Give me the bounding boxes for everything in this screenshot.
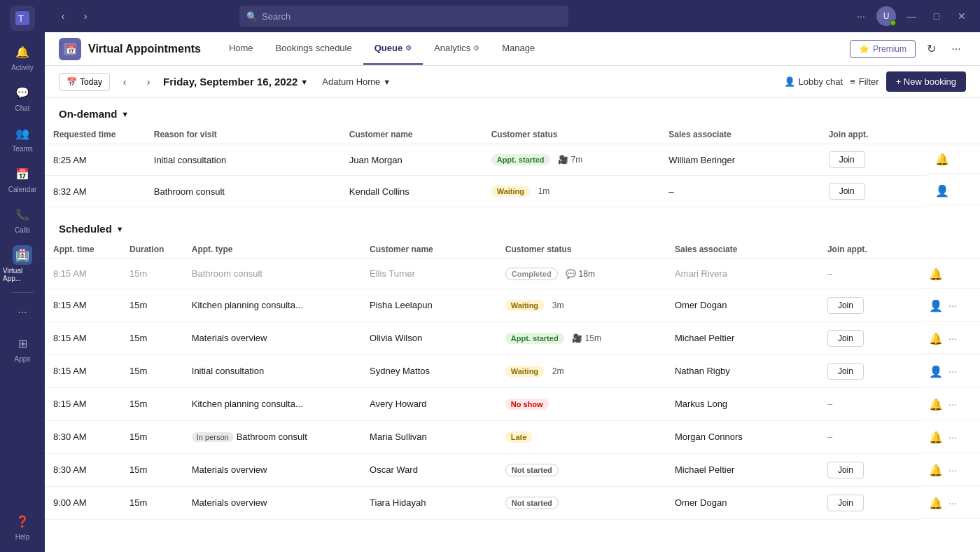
filter-icon: ≡	[850, 76, 855, 87]
join-button[interactable]: Join	[827, 297, 864, 314]
status-cell: Waiting 2m	[497, 354, 666, 387]
queue-premium-indicator: ⚙	[405, 44, 412, 52]
sidebar-item-calls[interactable]: 📞 Calls	[0, 199, 45, 240]
today-button[interactable]: 📅 Today	[59, 73, 110, 91]
location-selector[interactable]: Adatum Home ▼	[322, 76, 391, 87]
sales-associate-cell: Omer Dogan	[666, 486, 819, 519]
sidebar-item-more[interactable]: ···	[0, 297, 45, 328]
appt-type-cell: Materials overview	[183, 322, 361, 354]
appt-type-cell: Kitchen planning consulta...	[183, 289, 361, 322]
sales-associate-cell: Amari Rivera	[666, 259, 819, 289]
more-button[interactable]: ···	[944, 297, 961, 314]
more-button[interactable]: ···	[944, 396, 961, 413]
sidebar-item-help[interactable]: ❓ Help	[10, 506, 35, 546]
join-cell: Join	[820, 176, 927, 207]
scheduled-table: Appt. time Duration Appt. type Customer …	[45, 240, 980, 520]
alert-icon: 🔔	[935, 153, 949, 166]
duration-cell: 15m	[121, 259, 183, 289]
join-button[interactable]: Join	[829, 151, 865, 168]
tab-analytics[interactable]: Analytics ⚙	[423, 32, 491, 65]
join-cell: Join	[820, 144, 927, 176]
scheduled-header-row: Appt. time Duration Appt. type Customer …	[45, 240, 980, 259]
sidebar-item-chat[interactable]: 💬 Chat	[0, 77, 45, 118]
scheduled-row: 8:30 AM 15m In personBathroom consult Ma…	[45, 420, 980, 453]
more-button[interactable]: ···	[944, 462, 961, 478]
customer-name-cell: Olivia Wilson	[361, 322, 497, 354]
location-dropdown-icon: ▼	[383, 78, 391, 86]
sales-associate-cell: Morgan Connors	[666, 420, 819, 453]
prev-date-button[interactable]: ‹	[115, 73, 134, 91]
appt-time-cell: 8:15 AM	[45, 259, 121, 289]
lobby-chat-button[interactable]: 👤 Lobby chat	[784, 76, 844, 87]
timer-badge: 2m	[552, 366, 564, 376]
sidebar-item-calendar[interactable]: 📅 Calendar	[0, 158, 45, 199]
scheduled-row: 8:15 AM 15m Bathroom consult Ellis Turne…	[45, 259, 980, 289]
sidebar-item-teams[interactable]: 👥 Teams	[0, 118, 45, 158]
more-button[interactable]: ···	[944, 495, 961, 511]
svg-text:📅: 📅	[66, 44, 76, 55]
on-demand-header[interactable]: On-demand ▼	[45, 98, 980, 125]
more-button[interactable]: ···	[944, 429, 961, 446]
customer-name-cell: Juan Morgan	[341, 144, 483, 176]
premium-button[interactable]: ⭐ Premium	[850, 40, 916, 58]
sidebar-bottom: ❓ Help	[10, 506, 35, 546]
filter-button[interactable]: ≡ Filter	[850, 76, 878, 87]
status-badge: No show	[505, 399, 549, 410]
status-badge: Not started	[505, 464, 559, 476]
topbar-right: ··· U — □ ✕	[851, 6, 972, 26]
restore-button[interactable]: □	[927, 6, 946, 26]
requested-time-cell: 8:32 AM	[45, 176, 146, 207]
appt-time-cell: 8:30 AM	[45, 453, 121, 486]
join-button[interactable]: Join	[827, 363, 864, 380]
join-button[interactable]: Join	[829, 183, 865, 200]
sidebar-item-apps[interactable]: ⊞ Apps	[0, 328, 45, 368]
tab-queue[interactable]: Queue ⚙	[363, 32, 423, 65]
reason-cell: Bathroom consult	[146, 176, 341, 207]
sidebar-item-virtual[interactable]: 🏥 Virtual App...	[0, 240, 45, 288]
next-date-button[interactable]: ›	[139, 73, 158, 91]
minimize-button[interactable]: —	[902, 6, 921, 26]
scheduled-chevron: ▼	[116, 225, 124, 233]
on-demand-table: Requested time Reason for visit Customer…	[45, 125, 980, 207]
toolbar: 📅 Today ‹ › Friday, September 16, 2022 ▼…	[45, 66, 980, 98]
close-button[interactable]: ✕	[952, 6, 972, 26]
forward-button[interactable]: ›	[76, 6, 95, 26]
status-badge: Completed	[505, 268, 558, 280]
scheduled-row: 8:15 AM 15m Initial consultation Sydney …	[45, 354, 980, 387]
col-customer-status-s: Customer status	[497, 240, 666, 259]
join-button[interactable]: Join	[827, 330, 864, 347]
duration-cell: 15m	[121, 387, 183, 420]
col-duration: Duration	[121, 240, 183, 259]
scheduled-header[interactable]: Scheduled ▼	[45, 213, 980, 240]
more-button[interactable]: ···	[944, 330, 961, 347]
join-button[interactable]: Join	[827, 495, 864, 511]
tab-home[interactable]: Home	[218, 32, 265, 65]
app-title: Virtual Appointments	[88, 43, 201, 55]
new-booking-button[interactable]: + New booking	[886, 71, 966, 92]
customer-name-cell: Sydney Mattos	[361, 354, 497, 387]
action-cell: 🔔 ···	[920, 322, 980, 354]
join-cell: Join	[819, 289, 920, 322]
search-input[interactable]	[262, 11, 561, 22]
tab-manage[interactable]: Manage	[491, 32, 546, 65]
status-cell: Not started	[497, 453, 666, 486]
appt-time-cell: 9:00 AM	[45, 486, 121, 519]
sales-associate-cell: Michael Peltier	[666, 322, 819, 354]
join-button[interactable]: Join	[827, 462, 864, 478]
more-button[interactable]: ···	[944, 363, 961, 380]
col-requested-time: Requested time	[45, 125, 146, 144]
refresh-button[interactable]: ↻	[921, 39, 941, 59]
main-content: 📅 Virtual Appointments Home Bookings sch…	[45, 32, 980, 552]
on-demand-chevron: ▼	[121, 110, 129, 118]
duration-cell: 15m	[121, 354, 183, 387]
status-cell: Appt. started 🎥 15m	[497, 322, 666, 354]
header-more-button[interactable]: ···	[946, 39, 966, 59]
current-date[interactable]: Friday, September 16, 2022 ▼	[163, 76, 308, 88]
search-box: 🔍	[239, 6, 568, 27]
customer-name-cell: Ellis Turner	[361, 259, 497, 289]
back-button[interactable]: ‹	[53, 6, 73, 26]
sidebar-item-activity[interactable]: 🔔 Activity	[0, 36, 45, 77]
customer-name-cell: Pisha Leelapun	[361, 289, 497, 322]
tab-bookings[interactable]: Bookings schedule	[265, 32, 363, 65]
more-options-button[interactable]: ···	[851, 6, 871, 26]
